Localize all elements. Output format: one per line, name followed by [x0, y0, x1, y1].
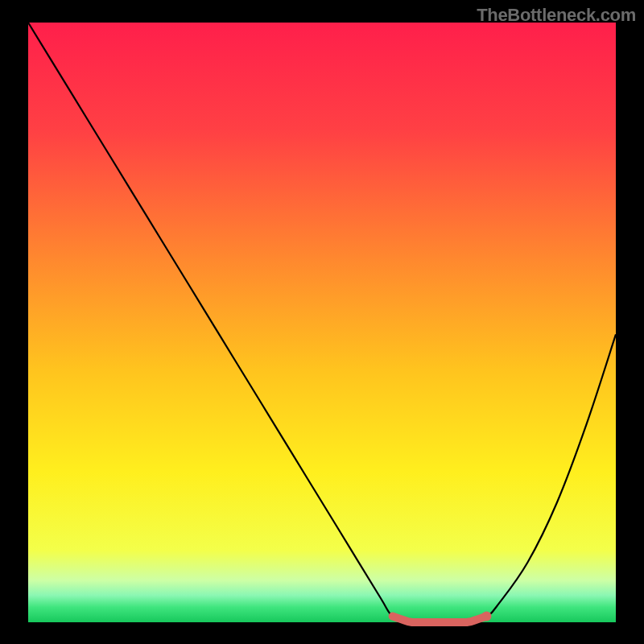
chart-frame: TheBottleneck.com	[0, 0, 644, 644]
attribution-label: TheBottleneck.com	[477, 5, 636, 26]
marker-dot	[481, 612, 491, 621]
plot-background	[28, 23, 616, 622]
bottleneck-chart	[0, 0, 644, 644]
